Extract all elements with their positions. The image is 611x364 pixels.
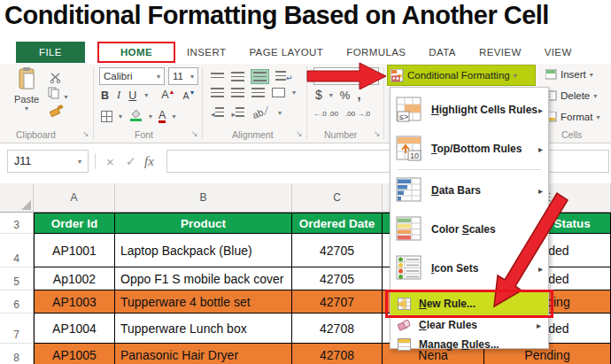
underline-dropdown-icon[interactable]: ▾ [144, 91, 148, 99]
cell-product[interactable]: Tupperware Lunch box [115, 314, 292, 344]
name-box[interactable]: J11 ▾ [7, 150, 89, 173]
menu-item-label: Manage Rules... [419, 338, 499, 351]
cell-order-id[interactable]: AP1003 [34, 290, 115, 314]
insert-cells-button[interactable]: Insert ▾ [545, 69, 593, 80]
menu-item-color-scales[interactable]: Color Scales ▸ [391, 210, 548, 249]
copy-dropdown-icon[interactable]: ▾ [64, 93, 67, 101]
cell-date[interactable]: 42707 [292, 290, 383, 314]
menu-item-label: Top/Bottom Rules [431, 143, 522, 155]
font-color-button[interactable]: A [159, 111, 166, 123]
italic-button[interactable]: I [117, 89, 120, 102]
cut-button[interactable] [50, 71, 62, 87]
accounting-dropdown-icon[interactable]: ▾ [329, 91, 333, 99]
paste-dropdown-icon[interactable]: ▾ [9, 105, 44, 112]
cell-product[interactable]: Oppo F1 S mobile back cover [115, 267, 292, 290]
row-header-8[interactable]: 8 [0, 344, 34, 364]
column-header-a[interactable]: A [34, 183, 115, 213]
alignment-dialog-launcher[interactable]: ↘ [296, 129, 303, 138]
menu-item-highlight-cells-rules[interactable]: ≤> Highlight Cells Rules ▸ [391, 90, 548, 129]
increase-decimal-button[interactable]: ←.0 .00 [313, 110, 338, 118]
underline-button[interactable]: U [128, 89, 136, 102]
grow-font-button[interactable]: A▲ [161, 89, 174, 101]
cell-product[interactable]: Panasonic Hair Dryer [115, 344, 292, 364]
row-header-3[interactable]: 3 [0, 213, 34, 234]
increase-indent-button[interactable]: ▸ [232, 107, 245, 119]
comma-style-button[interactable]: , [357, 88, 360, 102]
clipboard-dialog-launcher[interactable]: ↘ [82, 129, 89, 138]
number-format-value: General [318, 71, 354, 81]
decrease-decimal-button[interactable]: .00 →.0 [345, 110, 370, 118]
font-name-select[interactable]: Calibri ▾ [99, 67, 165, 85]
cell-order-id[interactable]: AP1004 [34, 314, 115, 344]
cell-date[interactable]: 42705 [292, 267, 383, 290]
accounting-format-button[interactable]: $ [315, 88, 322, 102]
top-align-button[interactable] [211, 73, 224, 80]
wrap-text-button[interactable]: ↵ [275, 68, 293, 84]
fx-button[interactable]: fx [144, 150, 154, 173]
orientation-dropdown-icon[interactable]: ▾ [278, 109, 282, 117]
delete-cells-button[interactable]: × Delete ▾ [545, 90, 597, 101]
row-header-4[interactable]: 4 [0, 234, 34, 267]
row-header-6[interactable]: 6 [0, 290, 34, 314]
cell-product[interactable]: Tupperware 4 bottle set [115, 290, 292, 314]
font-color-dropdown-icon[interactable]: ▾ [172, 112, 175, 120]
menu-item-icon-sets[interactable]: Icon Sets ▸ [391, 249, 548, 288]
cell-date[interactable]: 42708 [292, 344, 383, 364]
align-center-button[interactable] [231, 88, 244, 97]
cell-date[interactable]: 42705 [292, 234, 383, 267]
menu-item-manage-rules[interactable]: Manage Rules... [391, 335, 548, 354]
enter-button[interactable]: ✓ [126, 150, 136, 173]
menu-item-label: Icon Sets [431, 262, 478, 275]
tab-review[interactable]: REVIEW [468, 42, 533, 63]
cell-order-id[interactable]: AP1005 [34, 344, 115, 364]
fill-color-button[interactable] [128, 108, 143, 125]
orientation-button[interactable]: ab⟋ [251, 105, 271, 121]
percent-style-button[interactable]: % [340, 89, 351, 102]
tab-data[interactable]: DATA [417, 42, 468, 63]
cell-order-id[interactable]: AP1001 [34, 234, 115, 267]
bottom-align-button[interactable] [251, 70, 268, 83]
header-order-id[interactable]: Order Id [34, 213, 115, 234]
menu-item-top-bottom-rules[interactable]: 10 Top/Bottom Rules ▸ [391, 129, 548, 168]
fill-color-dropdown-icon[interactable]: ▾ [149, 112, 152, 120]
conditional-formatting-button[interactable]: ≠ Conditional Formatting ▾ [387, 65, 536, 86]
merge-center-dropdown-icon[interactable]: ▾ [292, 89, 296, 97]
header-ordered-date[interactable]: Ordered Date [292, 213, 383, 234]
menu-item-data-bars[interactable]: Data Bars ▸ [391, 171, 548, 210]
column-header-c[interactable]: C [292, 183, 383, 213]
cell-order-id[interactable]: Ap1002 [34, 267, 115, 290]
tab-home[interactable]: HOME [97, 42, 175, 63]
header-product[interactable]: Product [115, 213, 292, 234]
copy-button[interactable]: ▾ [48, 87, 67, 103]
font-size-select[interactable]: 11 ▾ [168, 67, 198, 85]
row-header-5[interactable]: 5 [0, 267, 34, 290]
merge-center-button[interactable] [272, 88, 285, 97]
cell-date[interactable]: 42708 [292, 314, 383, 344]
tab-formulas[interactable]: FORMULAS [335, 42, 417, 63]
cell-product[interactable]: Laptop Backpack (Blue) [115, 234, 292, 267]
middle-align-button[interactable] [231, 72, 244, 81]
decrease-indent-button[interactable]: ◂ [211, 107, 224, 119]
menu-item-new-rule[interactable]: New Rule... [391, 292, 548, 315]
tab-page-layout[interactable]: PAGE LAYOUT [237, 42, 335, 63]
cancel-button[interactable]: × [106, 150, 114, 173]
number-format-select[interactable]: General ▾ [313, 67, 379, 85]
align-left-button[interactable] [211, 88, 224, 97]
font-dialog-launcher[interactable]: ↘ [191, 129, 198, 138]
tab-file[interactable]: FILE [16, 42, 85, 63]
column-header-b[interactable]: B [115, 183, 292, 213]
format-painter-button[interactable] [50, 105, 64, 120]
borders-button[interactable] [101, 111, 112, 122]
shrink-font-button[interactable]: A▼ [183, 89, 196, 101]
tab-insert[interactable]: INSERT [175, 42, 237, 63]
row-header-7[interactable]: 7 [0, 314, 34, 344]
number-dialog-launcher[interactable]: ↘ [374, 129, 381, 138]
paste-button[interactable]: Paste ▾ [9, 67, 44, 112]
borders-dropdown-icon[interactable]: ▾ [119, 112, 122, 120]
select-all-corner[interactable] [0, 183, 34, 213]
menu-item-clear-rules[interactable]: Clear Rules ▸ [391, 315, 548, 335]
align-right-button[interactable] [251, 88, 265, 97]
tab-view[interactable]: VIEW [533, 42, 584, 63]
format-cells-button[interactable]: Format ▾ [545, 112, 599, 122]
bold-button[interactable]: B [101, 89, 109, 102]
